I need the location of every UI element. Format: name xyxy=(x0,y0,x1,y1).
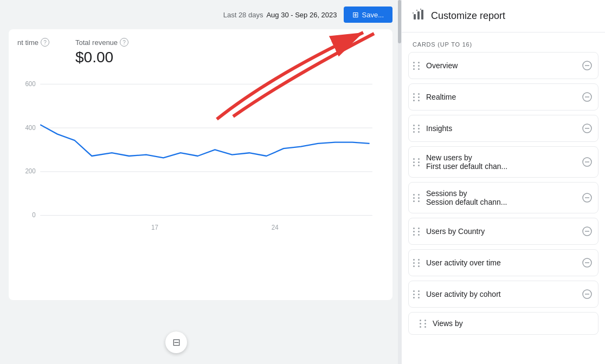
metric-value-revenue: $0.00 xyxy=(75,49,128,66)
metric-label-engagement: nt time ? xyxy=(17,38,49,47)
metric-row: nt time ? Total revenue ? $0.00 xyxy=(17,38,384,66)
card-label-overview: Overview xyxy=(426,61,581,70)
remove-card-insights[interactable] xyxy=(581,122,594,135)
card-item-users-by-country[interactable]: Users by Country xyxy=(408,218,598,245)
svg-text:24: 24 xyxy=(272,224,279,232)
svg-rect-12 xyxy=(417,11,420,20)
panel-title: Customize report xyxy=(431,10,505,22)
drag-handle-sessions xyxy=(413,194,421,202)
save-icon: ⊞ xyxy=(352,10,359,19)
drag-handle-user-activity-cohort xyxy=(413,290,421,298)
drag-handle-overview xyxy=(413,62,421,70)
card-list: Overview Realtime xyxy=(402,52,605,312)
drag-handle-realtime xyxy=(413,93,421,101)
svg-text:400: 400 xyxy=(25,123,36,132)
date-range: Last 28 days Aug 30 - Sep 26, 2023 xyxy=(223,11,337,19)
metric-label-revenue-text: Total revenue xyxy=(75,38,118,47)
metric-revenue: Total revenue ? $0.00 xyxy=(75,38,128,66)
help-icon-engagement[interactable]: ? xyxy=(41,38,49,47)
card-item-new-users[interactable]: New users by First user default chan... xyxy=(408,146,598,178)
date-label: Last 28 days xyxy=(223,11,263,19)
remove-card-users-by-country[interactable] xyxy=(581,225,594,238)
svg-text:600: 600 xyxy=(25,80,36,88)
drag-handle-insights xyxy=(413,125,421,133)
card-label-user-activity-time: User activity over time xyxy=(426,258,581,267)
chart-svg: 600 400 200 0 17 24 xyxy=(17,75,384,237)
cards-section-label: CARDS (UP TO 16) xyxy=(402,32,605,52)
remove-card-sessions[interactable] xyxy=(581,191,594,204)
help-icon-revenue[interactable]: ? xyxy=(120,38,128,47)
card-item-user-activity-time[interactable]: User activity over time xyxy=(408,249,598,276)
main-content: Last 28 days Aug 30 - Sep 26, 2023 ⊞ Sav… xyxy=(0,0,401,364)
svg-rect-15 xyxy=(416,10,417,11)
remove-card-realtime[interactable] xyxy=(581,90,594,103)
remove-card-new-users[interactable] xyxy=(581,155,594,168)
card-item-insights[interactable]: Insights xyxy=(408,115,598,142)
views-by-label: Views by xyxy=(433,319,463,328)
top-bar: Last 28 days Aug 30 - Sep 26, 2023 ⊞ Sav… xyxy=(0,0,401,29)
feedback-icon: ⊟ xyxy=(172,336,181,348)
card-item-user-activity-cohort[interactable]: User activity by cohort xyxy=(408,281,598,308)
card-label-user-activity-cohort: User activity by cohort xyxy=(426,290,581,298)
svg-text:17: 17 xyxy=(151,224,158,232)
card-item-overview[interactable]: Overview xyxy=(408,52,598,79)
views-by-partial-card: Views by xyxy=(408,312,598,335)
feedback-button[interactable]: ⊟ xyxy=(165,332,187,353)
drag-handle-users-by-country xyxy=(413,227,421,236)
svg-rect-11 xyxy=(414,14,416,20)
card-label-sessions: Sessions by Session default chann... xyxy=(426,189,581,206)
card-item-sessions[interactable]: Sessions by Session default chann... xyxy=(408,182,598,213)
drag-handle-new-users xyxy=(413,158,421,166)
save-button[interactable]: ⊞ Save... xyxy=(344,6,392,23)
chart-area: nt time ? Total revenue ? $0.00 600 400 … xyxy=(9,29,392,300)
save-button-label: Save... xyxy=(362,11,384,19)
scroll-thumb xyxy=(398,0,401,43)
panel-header: Customize report xyxy=(402,0,605,32)
card-item-realtime[interactable]: Realtime xyxy=(408,83,598,110)
card-label-new-users: New users by First user default chan... xyxy=(426,153,581,171)
svg-text:200: 200 xyxy=(25,167,36,176)
customize-icon xyxy=(413,9,424,23)
card-label-realtime: Realtime xyxy=(426,93,581,101)
remove-card-overview[interactable] xyxy=(581,59,594,72)
svg-rect-14 xyxy=(413,12,414,14)
metric-label-revenue: Total revenue ? xyxy=(75,38,128,47)
svg-rect-16 xyxy=(420,9,421,10)
drag-handle-user-activity-time xyxy=(413,259,421,267)
metric-engagement-time: nt time ? xyxy=(17,38,49,66)
remove-card-user-activity-time[interactable] xyxy=(581,256,594,269)
card-label-users-by-country: Users by Country xyxy=(426,227,581,236)
date-range-value: Aug 30 - Sep 26, 2023 xyxy=(266,11,337,19)
remove-card-user-activity-cohort[interactable] xyxy=(581,288,594,301)
right-panel: Customize report CARDS (UP TO 16) Overvi… xyxy=(401,0,605,364)
scrollbar[interactable] xyxy=(398,0,401,364)
metric-label-text: nt time xyxy=(17,38,38,47)
svg-rect-13 xyxy=(421,10,423,20)
line-chart: 600 400 200 0 17 24 xyxy=(17,75,384,237)
svg-text:0: 0 xyxy=(32,211,36,219)
card-label-insights: Insights xyxy=(426,124,581,133)
